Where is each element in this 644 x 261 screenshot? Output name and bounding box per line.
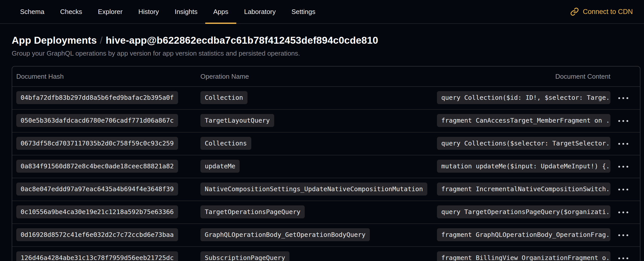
column-header-document-hash: Document Hash [16,73,200,80]
table-row: 050e5b363dafdcacd6780e706cadf771d06a867c… [12,110,640,133]
document-hash: 0ac8e047eddd97a97eac6435a4b694f4e3648f39 [16,183,178,195]
operation-name: TargetLayoutQuery [200,114,274,127]
row-menu-button[interactable] [616,185,631,194]
row-menu-button[interactable] [616,254,631,261]
table-row: 0673df58cd7037117035b2d0c758f59c0c93c259… [12,133,640,155]
ellipsis-icon [618,143,628,145]
page-subtitle: Group your GraphQL operations by app ver… [12,49,640,57]
tab-explorer[interactable]: Explorer [90,0,130,23]
row-menu-button[interactable] [616,231,631,240]
active-tab-underline [205,23,236,24]
tab-apps[interactable]: Apps [205,0,236,23]
document-content: query Collection($id: ID!, $selector: Ta… [437,91,610,104]
ellipsis-icon [618,97,628,99]
nav-tabs: Schema Checks Explorer History Insights … [12,0,323,23]
document-content: query TargetOperationsPageQuery($organiz… [437,205,610,218]
column-header-document-content: Document Content [437,73,610,80]
document-content: fragment GraphQLOperationBody_OperationF… [437,228,610,241]
ellipsis-icon [618,166,628,168]
operation-name: SubscriptionPageQuery [200,251,289,261]
main-content: App Deployments/hive-app@b622862ecdba7c6… [0,24,644,261]
connect-to-cdn-button[interactable]: Connect to CDN [570,0,633,23]
table-row: 126d46a4284abe31c13c78f7959d56eeb21725dc… [12,247,640,261]
breadcrumb-separator: / [100,35,103,46]
ellipsis-icon [618,120,628,122]
document-hash: 0a834f91560d872e8c4bec0ade18ceec88821a82 [16,160,178,173]
tab-laboratory[interactable]: Laboratory [236,0,284,23]
operation-name: Collection [200,91,247,104]
row-menu-button[interactable] [616,139,631,148]
connect-to-cdn-label: Connect to CDN [583,8,633,16]
ellipsis-icon [618,189,628,190]
tab-settings[interactable]: Settings [284,0,323,23]
row-menu-button[interactable] [616,208,631,217]
document-hash: 0673df58cd7037117035b2d0c758f59c0c93c259 [16,137,178,150]
app-window: Schema Checks Explorer History Insights … [0,0,644,261]
document-content: mutation updateMe($input: UpdateMeInput!… [437,160,610,173]
top-navigation: Schema Checks Explorer History Insights … [0,0,644,24]
column-header-operation-name: Operation Name [200,73,437,80]
breadcrumb: App Deployments/hive-app@b622862ecdba7c6… [12,35,640,46]
tab-checks[interactable]: Checks [52,0,90,23]
document-content: fragment CanAccessTarget_MemberFragment … [437,114,610,127]
table-row: 0c10556a9be4ca30e19e21c1218a592b75e63366… [12,201,640,224]
operation-name: GraphQLOperationBody_GetOperationBodyQue… [200,228,370,241]
link-icon [570,7,579,16]
document-content: query Collections($selector: TargetSelec… [437,137,610,150]
ellipsis-icon [618,234,628,236]
operation-name: Collections [200,137,251,150]
document-content: fragment BillingView_OrganizationFragmen… [437,251,610,261]
document-hash: 0c10556a9be4ca30e19e21c1218a592b75e63366 [16,205,178,218]
breadcrumb-app-id: hive-app@b622862ecdba7c61b78f412453def89… [106,35,378,46]
breadcrumb-section: App Deployments [12,35,97,46]
document-hash: 04bfa72dfb83b297dd8a5b6fed9bafac2b395a0f [16,91,178,104]
operation-name: updateMe [200,160,240,173]
table-row: 0d16928d8572c41ef6e032d2c7c72ccbd6e73baa… [12,224,640,247]
app-deployments-table: Document Hash Operation Name Document Co… [12,66,640,261]
table-row: 0a834f91560d872e8c4bec0ade18ceec88821a82… [12,155,640,178]
tab-history[interactable]: History [130,0,167,23]
document-hash: 0d16928d8572c41ef6e032d2c7c72ccbd6e73baa [16,228,178,241]
tab-insights[interactable]: Insights [167,0,206,23]
tab-schema[interactable]: Schema [12,0,52,23]
ellipsis-icon [618,257,628,259]
document-content: fragment IncrementalNativeCompositionSwi… [437,183,610,195]
operation-name: NativeCompositionSettings_UpdateNativeCo… [200,183,427,195]
table-header-row: Document Hash Operation Name Document Co… [12,67,640,87]
document-hash: 050e5b363dafdcacd6780e706cadf771d06a867c [16,114,178,127]
ellipsis-icon [618,211,628,213]
table-row: 04bfa72dfb83b297dd8a5b6fed9bafac2b395a0f… [12,87,640,110]
table-row: 0ac8e047eddd97a97eac6435a4b694f4e3648f39… [12,178,640,201]
operation-name: TargetOperationsPageQuery [200,205,305,218]
row-menu-button[interactable] [616,94,631,103]
row-menu-button[interactable] [616,117,631,125]
document-hash: 126d46a4284abe31c13c78f7959d56eeb21725dc [16,251,178,261]
row-menu-button[interactable] [616,162,631,171]
